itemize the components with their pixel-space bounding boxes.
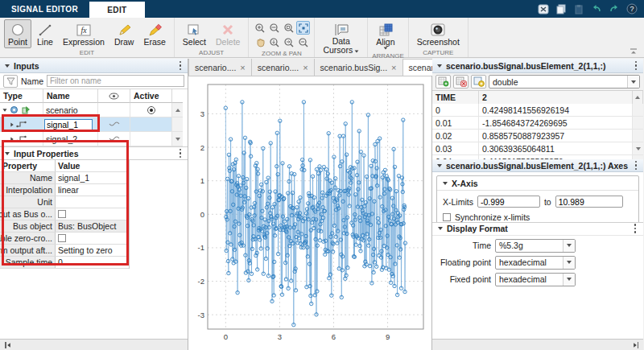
- select-button[interactable]: Select: [179, 19, 210, 48]
- close-icon[interactable]: ×: [240, 63, 245, 72]
- zoom-x-limits-icon[interactable]: [267, 21, 281, 35]
- doc-tab-3[interactable]: scenario.busSig... ×: [315, 59, 403, 76]
- cell-time-0[interactable]: 0: [432, 104, 479, 117]
- panel-menu-icon[interactable]: [178, 60, 184, 72]
- x-axis-section-header[interactable]: X-Axis: [437, 176, 638, 191]
- signal-data-header[interactable]: scenario.busSignal.busElement_2(1,1,:): [432, 59, 643, 73]
- fixed-point-dropdown[interactable]: hexadecimal: [495, 273, 576, 286]
- zoom-in-y-icon[interactable]: [282, 35, 295, 49]
- zoom-out-icon[interactable]: [296, 35, 310, 49]
- filter-funnel-icon[interactable]: [3, 75, 18, 88]
- inputs-panel-header[interactable]: Inputs: [0, 59, 188, 73]
- filter-input[interactable]: [47, 75, 184, 87]
- expand-collapse-icon[interactable]: [2, 109, 6, 111]
- doc-tab-2[interactable]: scenario.... ×: [252, 59, 315, 76]
- time-format-dropdown[interactable]: %5.3g: [495, 239, 576, 253]
- table-scrollbar-track[interactable]: [633, 117, 643, 130]
- data-type-dropdown[interactable]: double: [489, 75, 640, 89]
- row-scenario-type[interactable]: [0, 103, 43, 117]
- row-signal2-name[interactable]: signal_2: [43, 132, 98, 146]
- row-signal1-name[interactable]: [43, 117, 98, 132]
- col-header-time[interactable]: TIME: [432, 91, 479, 105]
- align-button[interactable]: Align: [372, 19, 398, 51]
- expand-icon[interactable]: [10, 137, 13, 141]
- synchronize-x-limits-checkbox[interactable]: [443, 213, 451, 221]
- zoom-time-icon[interactable]: [282, 21, 295, 35]
- panel-menu-icon[interactable]: [634, 60, 639, 72]
- panel-menu-icon[interactable]: [178, 148, 184, 159]
- expand-icon[interactable]: [10, 122, 13, 126]
- prop-row-output-as-bus[interactable]: Output as Bus o...: [0, 208, 129, 220]
- expression-button[interactable]: fx Expression: [59, 19, 109, 48]
- input-properties-header[interactable]: Input Properties: [0, 146, 188, 160]
- x-limit-min-field[interactable]: [477, 196, 540, 208]
- fit-to-view-icon[interactable]: [296, 21, 310, 35]
- col-header-type[interactable]: Type: [0, 89, 43, 103]
- pan-icon[interactable]: [253, 35, 266, 49]
- collapse-right-panel-icon[interactable]: [634, 342, 639, 348]
- table-scrollbar-track[interactable]: [633, 104, 643, 117]
- row-signal1-active[interactable]: [130, 117, 172, 132]
- paste-icon[interactable]: [572, 3, 584, 14]
- zoom-in-x-icon[interactable]: [267, 35, 281, 49]
- cell-value-3[interactable]: 0.30639365064811: [479, 142, 633, 155]
- line-button[interactable]: Line: [33, 19, 57, 48]
- signal-plot[interactable]: 0369-3-2-10123: [188, 76, 431, 350]
- cell-value-0[interactable]: 0.42498141556926194: [479, 104, 633, 117]
- insert-signal-icon[interactable]: [471, 75, 486, 89]
- close-icon[interactable]: ×: [391, 63, 396, 72]
- col-header-2[interactable]: 2: [479, 91, 633, 105]
- row-signal2-active[interactable]: [130, 132, 172, 146]
- panel-menu-icon[interactable]: [633, 223, 638, 234]
- collapse-left-panel-icon[interactable]: [5, 342, 10, 348]
- tab-edit[interactable]: EDIT: [89, 2, 144, 18]
- display-format-header[interactable]: Display Format: [432, 222, 643, 236]
- screenshot-button[interactable]: Screenshot: [413, 19, 464, 48]
- prop-row-interpolation[interactable]: Interpolation linear: [0, 184, 129, 196]
- row-signal1-type[interactable]: [0, 117, 43, 132]
- prop-row-unit[interactable]: Unit: [0, 196, 129, 208]
- help-icon[interactable]: ?: [625, 3, 638, 14]
- row-signal2-type[interactable]: [0, 132, 43, 146]
- prop-row-form-output[interactable]: Form output aft... Setting to zero: [0, 245, 129, 257]
- tab-signal-editor[interactable]: SIGNAL EDITOR: [0, 0, 89, 18]
- cell-value-1[interactable]: -1.8546843724269695: [479, 117, 633, 130]
- col-header-name[interactable]: Name: [43, 89, 98, 103]
- prop-row-name[interactable]: Name signal_1: [0, 172, 129, 184]
- row-scenario-name[interactable]: scenario: [43, 103, 98, 117]
- row-scenario-visibility[interactable]: [98, 103, 130, 117]
- copy-icon[interactable]: [555, 3, 567, 14]
- cell-time-2[interactable]: 0.02: [432, 130, 479, 142]
- cell-time-1[interactable]: 0.01: [432, 117, 479, 130]
- col-header-active[interactable]: Active: [130, 89, 172, 103]
- row-signal1-visibility[interactable]: [98, 117, 130, 132]
- prop-row-bus-object[interactable]: Bus object Bus: BusObject: [0, 220, 129, 233]
- delete-row-icon[interactable]: [453, 75, 469, 89]
- point-button[interactable]: Point: [4, 19, 31, 48]
- inputs-scrollbar-down[interactable]: [172, 132, 183, 146]
- data-cursors-button[interactable]: Data Cursors: [319, 19, 363, 56]
- cell-time-3[interactable]: 0.03: [432, 142, 479, 155]
- axes-properties-header[interactable]: scenario.busSignal.busElement_2(1,1,:) A…: [432, 159, 643, 172]
- prop-row-sample-time[interactable]: Sample time 0: [0, 257, 129, 269]
- close-icon[interactable]: ×: [303, 63, 308, 72]
- collapse-ribbon-icon[interactable]: [628, 47, 639, 55]
- table-scrollbar-up[interactable]: [633, 91, 643, 105]
- undo-icon[interactable]: [590, 3, 602, 14]
- inputs-scrollbar-track[interactable]: [172, 117, 183, 132]
- cell-value-2[interactable]: 0.8585750887923957: [479, 130, 633, 142]
- row-signal2-visibility[interactable]: [98, 132, 130, 146]
- erase-button[interactable]: Erase: [139, 19, 169, 48]
- inputs-scrollbar-up[interactable]: [172, 103, 183, 117]
- signal1-name-edit[interactable]: [44, 119, 93, 130]
- output-as-bus-checkbox[interactable]: [58, 210, 66, 218]
- cut-icon[interactable]: [537, 3, 549, 14]
- zoom-in-icon[interactable]: [253, 21, 266, 35]
- redo-icon[interactable]: [608, 3, 620, 14]
- delete-button[interactable]: Delete: [212, 19, 244, 48]
- active-radio[interactable]: [147, 106, 155, 114]
- floating-point-dropdown[interactable]: hexadecimal: [495, 256, 576, 270]
- draw-button[interactable]: Draw: [110, 19, 138, 48]
- table-scrollbar-down[interactable]: [633, 142, 643, 155]
- panel-menu-icon[interactable]: [634, 160, 639, 171]
